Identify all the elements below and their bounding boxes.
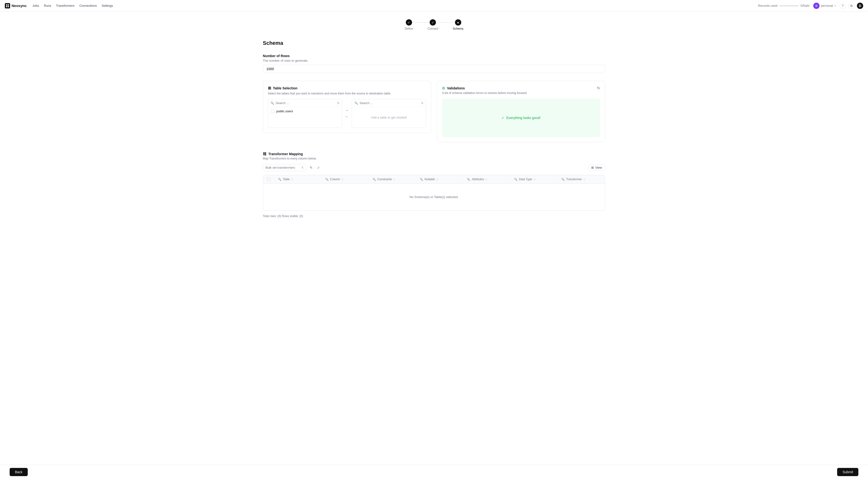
- th-nullable: 🔍 Nullable ⇅: [416, 175, 464, 183]
- step-connect-label: Connect: [428, 27, 438, 30]
- destination-placeholder: Add a table to get started!: [352, 107, 426, 128]
- table-item-checkbox[interactable]: [271, 110, 274, 113]
- th-transformer-icon: 🔍: [561, 178, 565, 181]
- source-table-list: 🔍 ⇅ public.users: [268, 99, 342, 128]
- view-button[interactable]: ⊞ View: [588, 164, 605, 171]
- validations-refresh-button[interactable]: ↻: [597, 86, 600, 90]
- nav-transformers[interactable]: Transformers: [56, 4, 74, 7]
- records-used: Records used 0/NaN: [758, 4, 809, 7]
- transformer-table: 🔍 Table ⇅ 🔍 Column ⇅ 🔍 Constraints ⇅ 🔍 N…: [263, 175, 605, 211]
- transformer-mapping-section: ⛓ Transformer Mapping Map Transformers t…: [263, 152, 605, 218]
- th-table-icon: 🔍: [278, 178, 281, 181]
- records-value: 0/NaN: [801, 4, 809, 7]
- user-avatar-btn[interactable]: D: [857, 3, 863, 9]
- rows-label: Number of Rows: [263, 54, 605, 58]
- transfer-left-button[interactable]: ←: [345, 114, 349, 119]
- transformer-mapping-title: ⛓ Transformer Mapping: [263, 152, 605, 156]
- validations-title: ⊙ Validations: [442, 86, 465, 90]
- step-schema-circle: ●: [455, 19, 461, 26]
- page-content: ✓ Define ✓ Connect ● Schema Schema Numbe…: [253, 11, 615, 240]
- th-column-sort[interactable]: ⇅: [341, 178, 343, 181]
- bulk-sort-icon: ⇅: [301, 166, 304, 169]
- th-datatype: 🔍 Data Type ⇅: [511, 175, 558, 183]
- workspace-avatar: D: [813, 3, 819, 9]
- validation-check-icon: ⊙: [442, 86, 445, 90]
- th-transformer: 🔍 Transformer ⇅: [558, 175, 605, 183]
- page-title: Schema: [263, 40, 605, 46]
- logo-text: Neosync: [11, 4, 27, 8]
- chevron-down-icon: ▾: [835, 4, 836, 7]
- nav-connections[interactable]: Connections: [79, 4, 97, 7]
- dest-sort-button[interactable]: ⇅: [421, 101, 424, 105]
- step-define-label: Define: [405, 27, 413, 30]
- th-datatype-sort[interactable]: ⇅: [534, 178, 535, 181]
- help-icon[interactable]: ?: [840, 3, 846, 9]
- table-header: 🔍 Table ⇅ 🔍 Column ⇅ 🔍 Constraints ⇅ 🔍 N…: [263, 175, 605, 183]
- dest-search-header: 🔍 ⇅: [352, 99, 426, 107]
- bulk-set-transformers[interactable]: Bulk set transformers ⇅: [263, 164, 306, 171]
- transformer-icon: ⛓: [263, 152, 267, 156]
- step-connect-circle: ✓: [430, 19, 436, 26]
- logo: Neosync: [5, 3, 27, 8]
- validations-success-message: ✓ Everything looks good!: [442, 99, 600, 137]
- records-label: Records used: [758, 4, 777, 7]
- source-search-input[interactable]: [276, 101, 336, 105]
- th-constraints: 🔍 Constraints ⇅: [369, 175, 416, 183]
- workspace-selector[interactable]: D personal ▾: [813, 3, 836, 9]
- svg-rect-1: [8, 4, 9, 5]
- transfer-right-button[interactable]: →: [345, 108, 349, 112]
- th-attributes-sort[interactable]: ⇅: [485, 178, 487, 181]
- footer-stats: Total rows: (0) Rows visible: (0): [263, 214, 303, 218]
- source-sort-button[interactable]: ⇅: [337, 101, 340, 105]
- table-icon: ⊞: [268, 86, 271, 90]
- workspace-name: personal: [821, 4, 833, 7]
- step-define: ✓ Define: [405, 19, 413, 30]
- bulk-edit-button[interactable]: ✎: [309, 165, 314, 171]
- nav-settings[interactable]: Settings: [101, 4, 113, 7]
- step-define-circle: ✓: [406, 19, 412, 26]
- table-item-name: public.users: [276, 109, 293, 113]
- th-table-sort[interactable]: ⇅: [291, 178, 293, 181]
- th-table: 🔍 Table ⇅: [275, 175, 322, 183]
- source-search-header: 🔍 ⇅: [268, 99, 342, 107]
- rows-description: The number of rows to generate.: [263, 59, 605, 62]
- nav-right: Records used 0/NaN D personal ▾ ? ⚙ D: [758, 3, 863, 9]
- step-indicator: ✓ Define ✓ Connect ● Schema: [263, 19, 605, 30]
- nav-jobs[interactable]: Jobs: [33, 4, 39, 7]
- th-column: 🔍 Column ⇅: [322, 175, 369, 183]
- table-list-item: public.users: [268, 107, 342, 115]
- transformer-toolbar: Bulk set transformers ⇅ ✎ ✓ ⊞ View: [263, 164, 605, 171]
- table-selection-card: ⊞ Table Selection Select the tables that…: [263, 81, 431, 133]
- navbar: Neosync Jobs Runs Transformers Connectio…: [0, 0, 868, 11]
- svg-rect-0: [6, 4, 7, 5]
- nav-runs[interactable]: Runs: [44, 4, 51, 7]
- step-connect: ✓ Connect: [428, 19, 438, 30]
- source-search-icon: 🔍: [271, 101, 274, 105]
- validations-header: ⊙ Validations ↻: [442, 86, 600, 90]
- svg-rect-2: [6, 6, 7, 7]
- step-schema: ● Schema: [453, 19, 463, 30]
- rows-input[interactable]: [263, 65, 605, 73]
- success-check-icon: ✓: [501, 116, 504, 120]
- validations-description: A list of schema validation errors to re…: [442, 91, 600, 95]
- transfer-arrows: → ←: [345, 108, 349, 119]
- table-selection-body: 🔍 ⇅ public.users → ←: [268, 99, 426, 128]
- logo-icon: [5, 3, 10, 8]
- nav-links: Jobs Runs Transformers Connections Setti…: [33, 4, 113, 7]
- nav-icon-buttons: ? ⚙ D: [840, 3, 863, 9]
- dest-search-input[interactable]: [360, 101, 420, 105]
- th-column-icon: 🔍: [325, 178, 329, 181]
- table-selection-title: ⊞ Table Selection: [268, 86, 426, 90]
- panels-row: ⊞ Table Selection Select the tables that…: [263, 81, 605, 142]
- th-nullable-sort[interactable]: ⇅: [436, 178, 438, 181]
- th-select-all: [263, 175, 275, 183]
- destination-table-list: 🔍 ⇅ Add a table to get started!: [352, 99, 426, 128]
- th-transformer-sort[interactable]: ⇅: [583, 178, 585, 181]
- th-constraints-sort[interactable]: ⇅: [393, 178, 395, 181]
- rows-section: Number of Rows The number of rows to gen…: [263, 54, 605, 73]
- bulk-check-button[interactable]: ✓: [316, 165, 321, 171]
- bulk-set-label: Bulk set transformers: [266, 166, 295, 169]
- step-schema-label: Schema: [453, 27, 463, 30]
- select-all-checkbox[interactable]: [267, 178, 271, 181]
- settings-icon[interactable]: ⚙: [848, 3, 855, 9]
